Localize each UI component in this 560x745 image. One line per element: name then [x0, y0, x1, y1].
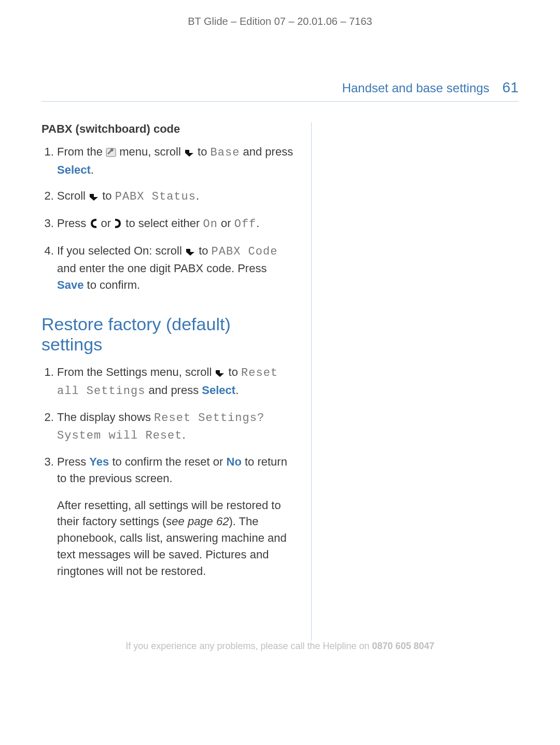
text: Scroll: [57, 189, 89, 202]
lcd-text: PABX Code: [212, 245, 278, 258]
text: to select either: [125, 217, 203, 230]
text: .: [256, 217, 259, 230]
lcd-text: Base: [211, 146, 240, 159]
pabx-step-2: Scroll to PABX Status.: [57, 188, 296, 206]
text: or: [221, 217, 234, 230]
text: and enter the one digit PABX code. Press: [57, 262, 267, 275]
restore-step-1: From the Settings menu, scroll to Reset …: [57, 364, 296, 400]
page-number: 61: [502, 79, 519, 96]
right-key-icon: [114, 217, 122, 233]
helpline-number: 0870 605 8047: [372, 641, 435, 651]
footer-text: If you experience any problems, please c…: [125, 641, 372, 651]
running-header: Handset and base settings 61: [41, 79, 519, 96]
text: Press: [57, 217, 89, 230]
restore-step-2: The display shows Reset Settings? System…: [57, 409, 296, 444]
softkey-save: Save: [57, 278, 83, 291]
text: to: [102, 189, 115, 202]
scroll-down-icon: [89, 189, 99, 206]
doc-header: BT Glide – Edition 07 – 20.01.06 – 7163: [41, 16, 519, 27]
text: to confirm the reset or: [112, 455, 226, 468]
text: or: [101, 217, 114, 230]
scroll-down-icon: [215, 366, 225, 382]
left-key-icon: [89, 217, 97, 233]
pabx-steps: From the menu, scroll to Base and press …: [41, 144, 296, 293]
pabx-step-4: If you selected On: scroll to PABX Code …: [57, 243, 296, 294]
text: to: [198, 145, 210, 158]
wrench-icon: [106, 145, 116, 162]
text: Press: [57, 455, 89, 468]
lcd-text: Off: [234, 218, 257, 231]
lcd-text: On: [203, 218, 217, 231]
column-divider: [311, 122, 519, 641]
section-name: Handset and base settings: [342, 81, 489, 95]
text: and press: [149, 384, 202, 397]
softkey-select: Select: [202, 384, 235, 397]
text: to confirm.: [87, 278, 141, 291]
restore-note: After resetting, all settings will be re…: [57, 497, 296, 580]
text: and press: [243, 145, 293, 158]
text: to: [199, 244, 211, 257]
lcd-text: PABX Status: [115, 190, 196, 203]
scroll-down-icon: [184, 145, 194, 162]
scroll-down-icon: [185, 244, 195, 261]
pabx-step-1: From the menu, scroll to Base and press …: [57, 144, 296, 178]
text: From the Settings menu, scroll: [57, 366, 215, 378]
softkey-yes: Yes: [89, 455, 109, 468]
pabx-step-3: Press or to select either On or Off.: [57, 215, 296, 233]
text: .: [235, 384, 239, 397]
text: The display shows: [57, 411, 154, 424]
page-reference: see page 62: [166, 515, 229, 528]
pabx-heading: PABX (switchboard) code: [41, 122, 296, 136]
restore-step-3: Press Yes to confirm the reset or No to …: [57, 454, 296, 580]
text: From the: [57, 145, 106, 158]
softkey-no: No: [227, 455, 242, 468]
text: .: [182, 428, 185, 441]
header-divider: [41, 101, 519, 102]
helpline-footer: If you experience any problems, please c…: [0, 641, 560, 652]
text: If you selected On: scroll: [57, 244, 185, 257]
softkey-select: Select: [57, 163, 91, 176]
text: menu, scroll: [119, 145, 184, 158]
text: .: [196, 189, 199, 202]
text: .: [91, 163, 94, 176]
text: to: [229, 366, 241, 378]
restore-steps: From the Settings menu, scroll to Reset …: [41, 364, 296, 580]
restore-heading: Restore factory (default) settings: [41, 314, 296, 355]
